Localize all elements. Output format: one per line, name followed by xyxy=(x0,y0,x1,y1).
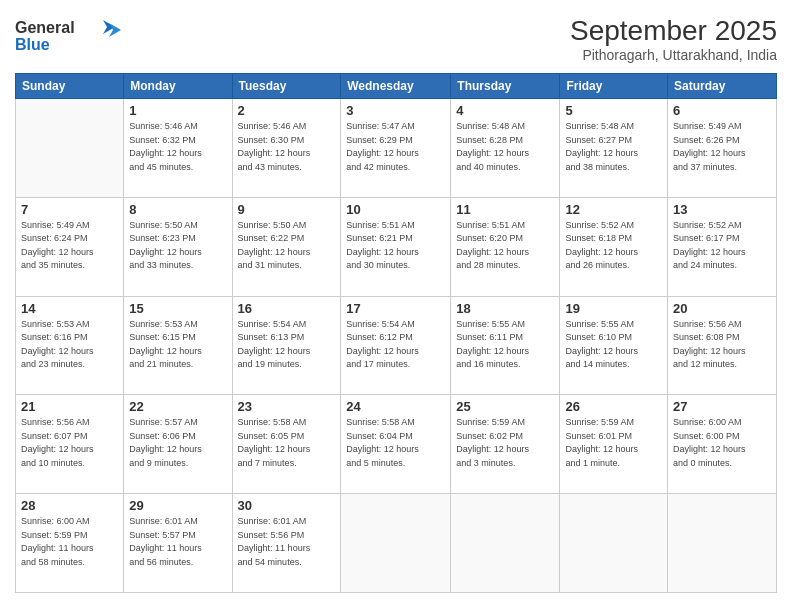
day-number: 7 xyxy=(21,202,118,217)
day-info: Sunrise: 5:53 AMSunset: 6:15 PMDaylight:… xyxy=(129,318,226,372)
day-info: Sunrise: 5:53 AMSunset: 6:16 PMDaylight:… xyxy=(21,318,118,372)
day-number: 21 xyxy=(21,399,118,414)
calendar-cell: 17Sunrise: 5:54 AMSunset: 6:12 PMDayligh… xyxy=(341,296,451,395)
day-info: Sunrise: 6:00 AMSunset: 5:59 PMDaylight:… xyxy=(21,515,118,569)
month-title: September 2025 xyxy=(570,15,777,47)
location: Pithoragarh, Uttarakhand, India xyxy=(570,47,777,63)
day-number: 4 xyxy=(456,103,554,118)
calendar-cell: 18Sunrise: 5:55 AMSunset: 6:11 PMDayligh… xyxy=(451,296,560,395)
day-info: Sunrise: 5:56 AMSunset: 6:07 PMDaylight:… xyxy=(21,416,118,470)
calendar-cell: 5Sunrise: 5:48 AMSunset: 6:27 PMDaylight… xyxy=(560,99,668,198)
day-info: Sunrise: 6:01 AMSunset: 5:56 PMDaylight:… xyxy=(238,515,336,569)
calendar-cell: 1Sunrise: 5:46 AMSunset: 6:32 PMDaylight… xyxy=(124,99,232,198)
svg-text:General: General xyxy=(15,19,75,36)
calendar-cell xyxy=(668,494,777,593)
calendar-cell: 6Sunrise: 5:49 AMSunset: 6:26 PMDaylight… xyxy=(668,99,777,198)
calendar-cell: 21Sunrise: 5:56 AMSunset: 6:07 PMDayligh… xyxy=(16,395,124,494)
day-number: 29 xyxy=(129,498,226,513)
calendar-cell: 8Sunrise: 5:50 AMSunset: 6:23 PMDaylight… xyxy=(124,197,232,296)
svg-text:Blue: Blue xyxy=(15,36,50,53)
calendar-week-row: 1Sunrise: 5:46 AMSunset: 6:32 PMDaylight… xyxy=(16,99,777,198)
day-number: 12 xyxy=(565,202,662,217)
calendar-cell: 23Sunrise: 5:58 AMSunset: 6:05 PMDayligh… xyxy=(232,395,341,494)
day-info: Sunrise: 5:55 AMSunset: 6:11 PMDaylight:… xyxy=(456,318,554,372)
calendar-cell: 26Sunrise: 5:59 AMSunset: 6:01 PMDayligh… xyxy=(560,395,668,494)
day-info: Sunrise: 6:00 AMSunset: 6:00 PMDaylight:… xyxy=(673,416,771,470)
logo-text: General Blue xyxy=(15,15,125,59)
day-info: Sunrise: 5:54 AMSunset: 6:12 PMDaylight:… xyxy=(346,318,445,372)
weekday-header-sunday: Sunday xyxy=(16,74,124,99)
weekday-header-friday: Friday xyxy=(560,74,668,99)
calendar-cell: 19Sunrise: 5:55 AMSunset: 6:10 PMDayligh… xyxy=(560,296,668,395)
weekday-header-tuesday: Tuesday xyxy=(232,74,341,99)
day-info: Sunrise: 5:48 AMSunset: 6:28 PMDaylight:… xyxy=(456,120,554,174)
day-number: 19 xyxy=(565,301,662,316)
day-info: Sunrise: 5:48 AMSunset: 6:27 PMDaylight:… xyxy=(565,120,662,174)
day-number: 8 xyxy=(129,202,226,217)
day-info: Sunrise: 5:51 AMSunset: 6:20 PMDaylight:… xyxy=(456,219,554,273)
day-number: 23 xyxy=(238,399,336,414)
calendar-cell: 4Sunrise: 5:48 AMSunset: 6:28 PMDaylight… xyxy=(451,99,560,198)
weekday-header-saturday: Saturday xyxy=(668,74,777,99)
day-number: 27 xyxy=(673,399,771,414)
calendar-cell xyxy=(341,494,451,593)
calendar-cell: 3Sunrise: 5:47 AMSunset: 6:29 PMDaylight… xyxy=(341,99,451,198)
calendar-cell: 11Sunrise: 5:51 AMSunset: 6:20 PMDayligh… xyxy=(451,197,560,296)
calendar-cell: 14Sunrise: 5:53 AMSunset: 6:16 PMDayligh… xyxy=(16,296,124,395)
title-block: September 2025 Pithoragarh, Uttarakhand,… xyxy=(570,15,777,63)
day-info: Sunrise: 5:50 AMSunset: 6:23 PMDaylight:… xyxy=(129,219,226,273)
calendar-table: SundayMondayTuesdayWednesdayThursdayFrid… xyxy=(15,73,777,593)
weekday-header-thursday: Thursday xyxy=(451,74,560,99)
calendar-cell: 22Sunrise: 5:57 AMSunset: 6:06 PMDayligh… xyxy=(124,395,232,494)
day-number: 25 xyxy=(456,399,554,414)
day-info: Sunrise: 5:56 AMSunset: 6:08 PMDaylight:… xyxy=(673,318,771,372)
day-number: 2 xyxy=(238,103,336,118)
day-info: Sunrise: 5:54 AMSunset: 6:13 PMDaylight:… xyxy=(238,318,336,372)
day-number: 1 xyxy=(129,103,226,118)
day-info: Sunrise: 5:59 AMSunset: 6:01 PMDaylight:… xyxy=(565,416,662,470)
calendar-cell: 9Sunrise: 5:50 AMSunset: 6:22 PMDaylight… xyxy=(232,197,341,296)
day-info: Sunrise: 5:59 AMSunset: 6:02 PMDaylight:… xyxy=(456,416,554,470)
day-info: Sunrise: 5:58 AMSunset: 6:05 PMDaylight:… xyxy=(238,416,336,470)
day-info: Sunrise: 5:46 AMSunset: 6:30 PMDaylight:… xyxy=(238,120,336,174)
day-info: Sunrise: 5:55 AMSunset: 6:10 PMDaylight:… xyxy=(565,318,662,372)
day-number: 18 xyxy=(456,301,554,316)
day-info: Sunrise: 6:01 AMSunset: 5:57 PMDaylight:… xyxy=(129,515,226,569)
day-number: 5 xyxy=(565,103,662,118)
day-number: 16 xyxy=(238,301,336,316)
day-number: 3 xyxy=(346,103,445,118)
logo: General Blue xyxy=(15,15,125,59)
weekday-header-row: SundayMondayTuesdayWednesdayThursdayFrid… xyxy=(16,74,777,99)
calendar-cell: 28Sunrise: 6:00 AMSunset: 5:59 PMDayligh… xyxy=(16,494,124,593)
header: General Blue September 2025 Pithoragarh,… xyxy=(15,15,777,63)
day-info: Sunrise: 5:50 AMSunset: 6:22 PMDaylight:… xyxy=(238,219,336,273)
day-info: Sunrise: 5:58 AMSunset: 6:04 PMDaylight:… xyxy=(346,416,445,470)
calendar-cell: 24Sunrise: 5:58 AMSunset: 6:04 PMDayligh… xyxy=(341,395,451,494)
calendar-week-row: 21Sunrise: 5:56 AMSunset: 6:07 PMDayligh… xyxy=(16,395,777,494)
calendar-cell xyxy=(451,494,560,593)
calendar-cell: 27Sunrise: 6:00 AMSunset: 6:00 PMDayligh… xyxy=(668,395,777,494)
calendar-cell: 16Sunrise: 5:54 AMSunset: 6:13 PMDayligh… xyxy=(232,296,341,395)
calendar-cell: 7Sunrise: 5:49 AMSunset: 6:24 PMDaylight… xyxy=(16,197,124,296)
day-info: Sunrise: 5:57 AMSunset: 6:06 PMDaylight:… xyxy=(129,416,226,470)
calendar-cell: 20Sunrise: 5:56 AMSunset: 6:08 PMDayligh… xyxy=(668,296,777,395)
calendar-cell xyxy=(16,99,124,198)
day-number: 13 xyxy=(673,202,771,217)
weekday-header-monday: Monday xyxy=(124,74,232,99)
calendar-cell: 25Sunrise: 5:59 AMSunset: 6:02 PMDayligh… xyxy=(451,395,560,494)
calendar-cell: 13Sunrise: 5:52 AMSunset: 6:17 PMDayligh… xyxy=(668,197,777,296)
day-number: 22 xyxy=(129,399,226,414)
day-number: 26 xyxy=(565,399,662,414)
page: General Blue September 2025 Pithoragarh,… xyxy=(0,0,792,612)
day-number: 17 xyxy=(346,301,445,316)
day-info: Sunrise: 5:51 AMSunset: 6:21 PMDaylight:… xyxy=(346,219,445,273)
day-info: Sunrise: 5:49 AMSunset: 6:26 PMDaylight:… xyxy=(673,120,771,174)
day-number: 30 xyxy=(238,498,336,513)
calendar-cell: 10Sunrise: 5:51 AMSunset: 6:21 PMDayligh… xyxy=(341,197,451,296)
day-number: 28 xyxy=(21,498,118,513)
calendar-cell: 2Sunrise: 5:46 AMSunset: 6:30 PMDaylight… xyxy=(232,99,341,198)
day-info: Sunrise: 5:52 AMSunset: 6:17 PMDaylight:… xyxy=(673,219,771,273)
calendar-cell: 30Sunrise: 6:01 AMSunset: 5:56 PMDayligh… xyxy=(232,494,341,593)
day-number: 10 xyxy=(346,202,445,217)
day-number: 9 xyxy=(238,202,336,217)
